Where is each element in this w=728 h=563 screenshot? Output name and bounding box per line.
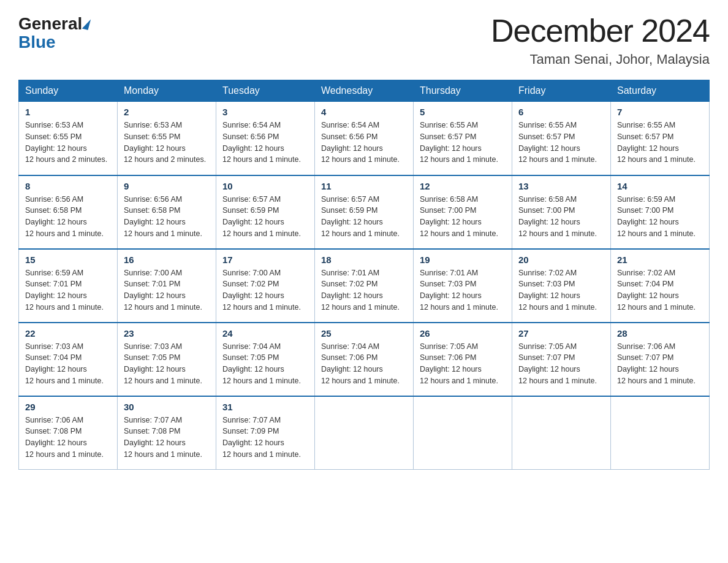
calendar-cell: 28 Sunrise: 7:06 AM Sunset: 7:07 PM Dayl… <box>611 323 710 396</box>
calendar-cell: 27 Sunrise: 7:05 AM Sunset: 7:07 PM Dayl… <box>512 323 611 396</box>
calendar-cell <box>414 396 512 470</box>
logo-blue-text: Blue <box>18 33 56 52</box>
calendar-table: Sunday Monday Tuesday Wednesday Thursday… <box>18 80 710 470</box>
day-info: Sunrise: 6:55 AM Sunset: 6:57 PM Dayligh… <box>617 120 703 166</box>
header-tuesday: Tuesday <box>216 80 315 102</box>
calendar-cell: 18 Sunrise: 7:01 AM Sunset: 7:02 PM Dayl… <box>315 249 414 323</box>
calendar-cell: 30 Sunrise: 7:07 AM Sunset: 7:08 PM Dayl… <box>118 396 216 470</box>
week-row-2: 8 Sunrise: 6:56 AM Sunset: 6:58 PM Dayli… <box>19 175 710 249</box>
calendar-cell: 11 Sunrise: 6:57 AM Sunset: 6:59 PM Dayl… <box>315 175 414 249</box>
day-info: Sunrise: 6:54 AM Sunset: 6:56 PM Dayligh… <box>222 120 308 166</box>
header-saturday: Saturday <box>611 80 710 102</box>
day-info: Sunrise: 7:06 AM Sunset: 7:08 PM Dayligh… <box>25 415 111 461</box>
calendar-cell: 19 Sunrise: 7:01 AM Sunset: 7:03 PM Dayl… <box>414 249 512 323</box>
day-info: Sunrise: 7:04 AM Sunset: 7:06 PM Dayligh… <box>321 341 407 387</box>
calendar-cell: 2 Sunrise: 6:53 AM Sunset: 6:55 PM Dayli… <box>118 102 216 175</box>
day-info: Sunrise: 7:00 AM Sunset: 7:01 PM Dayligh… <box>124 267 210 313</box>
calendar-cell: 8 Sunrise: 6:56 AM Sunset: 6:58 PM Dayli… <box>19 175 118 249</box>
day-number: 18 <box>321 255 407 265</box>
calendar-cell: 6 Sunrise: 6:55 AM Sunset: 6:57 PM Dayli… <box>512 102 611 175</box>
week-row-1: 1 Sunrise: 6:53 AM Sunset: 6:55 PM Dayli… <box>19 102 710 175</box>
day-number: 22 <box>25 328 111 339</box>
day-number: 12 <box>420 181 506 191</box>
calendar-cell: 5 Sunrise: 6:55 AM Sunset: 6:57 PM Dayli… <box>414 102 512 175</box>
day-number: 5 <box>420 107 506 117</box>
day-info: Sunrise: 7:03 AM Sunset: 7:04 PM Dayligh… <box>25 341 111 387</box>
header-thursday: Thursday <box>414 80 512 102</box>
header-sunday: Sunday <box>19 80 118 102</box>
calendar-cell: 23 Sunrise: 7:03 AM Sunset: 7:05 PM Dayl… <box>118 323 216 396</box>
calendar-cell <box>611 396 710 470</box>
calendar-cell: 3 Sunrise: 6:54 AM Sunset: 6:56 PM Dayli… <box>216 102 315 175</box>
calendar-cell: 14 Sunrise: 6:59 AM Sunset: 7:00 PM Dayl… <box>611 175 710 249</box>
day-number: 13 <box>518 181 604 191</box>
logo-triangle-icon <box>82 18 91 30</box>
calendar-cell <box>315 396 414 470</box>
day-number: 16 <box>124 255 210 265</box>
day-number: 6 <box>518 107 604 117</box>
calendar-cell: 31 Sunrise: 7:07 AM Sunset: 7:09 PM Dayl… <box>216 396 315 470</box>
week-row-3: 15 Sunrise: 6:59 AM Sunset: 7:01 PM Dayl… <box>19 249 710 323</box>
day-number: 21 <box>617 255 703 265</box>
day-info: Sunrise: 6:55 AM Sunset: 6:57 PM Dayligh… <box>518 120 604 166</box>
day-info: Sunrise: 6:58 AM Sunset: 7:00 PM Dayligh… <box>518 194 604 240</box>
day-number: 28 <box>617 328 703 339</box>
calendar-cell: 4 Sunrise: 6:54 AM Sunset: 6:56 PM Dayli… <box>315 102 414 175</box>
day-number: 20 <box>518 255 604 265</box>
calendar-cell: 16 Sunrise: 7:00 AM Sunset: 7:01 PM Dayl… <box>118 249 216 323</box>
day-info: Sunrise: 7:02 AM Sunset: 7:03 PM Dayligh… <box>518 267 604 313</box>
day-number: 11 <box>321 181 407 191</box>
header-wednesday: Wednesday <box>315 80 414 102</box>
day-info: Sunrise: 7:04 AM Sunset: 7:05 PM Dayligh… <box>222 341 308 387</box>
day-info: Sunrise: 6:54 AM Sunset: 6:56 PM Dayligh… <box>321 120 407 166</box>
day-info: Sunrise: 6:53 AM Sunset: 6:55 PM Dayligh… <box>25 120 111 166</box>
day-info: Sunrise: 7:05 AM Sunset: 7:07 PM Dayligh… <box>518 341 604 387</box>
day-info: Sunrise: 7:00 AM Sunset: 7:02 PM Dayligh… <box>222 267 308 313</box>
calendar-cell: 15 Sunrise: 6:59 AM Sunset: 7:01 PM Dayl… <box>19 249 118 323</box>
day-number: 15 <box>25 255 111 265</box>
calendar-cell: 9 Sunrise: 6:56 AM Sunset: 6:58 PM Dayli… <box>118 175 216 249</box>
logo-general-text: General <box>18 15 82 33</box>
day-info: Sunrise: 6:56 AM Sunset: 6:58 PM Dayligh… <box>124 194 210 240</box>
calendar-subtitle: Taman Senai, Johor, Malaysia <box>491 52 710 67</box>
day-number: 23 <box>124 328 210 339</box>
day-info: Sunrise: 7:07 AM Sunset: 7:09 PM Dayligh… <box>222 415 308 461</box>
day-number: 4 <box>321 107 407 117</box>
calendar-cell: 1 Sunrise: 6:53 AM Sunset: 6:55 PM Dayli… <box>19 102 118 175</box>
logo: General Blue <box>18 12 91 52</box>
day-info: Sunrise: 6:59 AM Sunset: 7:01 PM Dayligh… <box>25 267 111 313</box>
calendar-cell: 10 Sunrise: 6:57 AM Sunset: 6:59 PM Dayl… <box>216 175 315 249</box>
day-number: 25 <box>321 328 407 339</box>
calendar-title: December 2024 <box>491 12 710 49</box>
day-info: Sunrise: 7:06 AM Sunset: 7:07 PM Dayligh… <box>617 341 703 387</box>
calendar-cell <box>512 396 611 470</box>
week-row-5: 29 Sunrise: 7:06 AM Sunset: 7:08 PM Dayl… <box>19 396 710 470</box>
calendar-cell: 24 Sunrise: 7:04 AM Sunset: 7:05 PM Dayl… <box>216 323 315 396</box>
calendar-cell: 20 Sunrise: 7:02 AM Sunset: 7:03 PM Dayl… <box>512 249 611 323</box>
calendar-cell: 26 Sunrise: 7:05 AM Sunset: 7:06 PM Dayl… <box>414 323 512 396</box>
calendar-cell: 22 Sunrise: 7:03 AM Sunset: 7:04 PM Dayl… <box>19 323 118 396</box>
day-number: 30 <box>124 402 210 412</box>
day-number: 2 <box>124 107 210 117</box>
page-header: General Blue December 2024 Taman Senai, … <box>18 12 710 67</box>
calendar-cell: 21 Sunrise: 7:02 AM Sunset: 7:04 PM Dayl… <box>611 249 710 323</box>
day-number: 31 <box>222 402 308 412</box>
day-number: 26 <box>420 328 506 339</box>
day-info: Sunrise: 7:01 AM Sunset: 7:03 PM Dayligh… <box>420 267 506 313</box>
day-number: 29 <box>25 402 111 412</box>
calendar-cell: 12 Sunrise: 6:58 AM Sunset: 7:00 PM Dayl… <box>414 175 512 249</box>
day-number: 8 <box>25 181 111 191</box>
days-header-row: Sunday Monday Tuesday Wednesday Thursday… <box>19 80 710 102</box>
day-info: Sunrise: 6:56 AM Sunset: 6:58 PM Dayligh… <box>25 194 111 240</box>
day-number: 1 <box>25 107 111 117</box>
header-friday: Friday <box>512 80 611 102</box>
week-row-4: 22 Sunrise: 7:03 AM Sunset: 7:04 PM Dayl… <box>19 323 710 396</box>
day-number: 17 <box>222 255 308 265</box>
day-info: Sunrise: 6:57 AM Sunset: 6:59 PM Dayligh… <box>321 194 407 240</box>
title-area: December 2024 Taman Senai, Johor, Malays… <box>491 12 710 67</box>
day-number: 3 <box>222 107 308 117</box>
day-number: 24 <box>222 328 308 339</box>
day-number: 9 <box>124 181 210 191</box>
calendar-cell: 25 Sunrise: 7:04 AM Sunset: 7:06 PM Dayl… <box>315 323 414 396</box>
day-number: 19 <box>420 255 506 265</box>
